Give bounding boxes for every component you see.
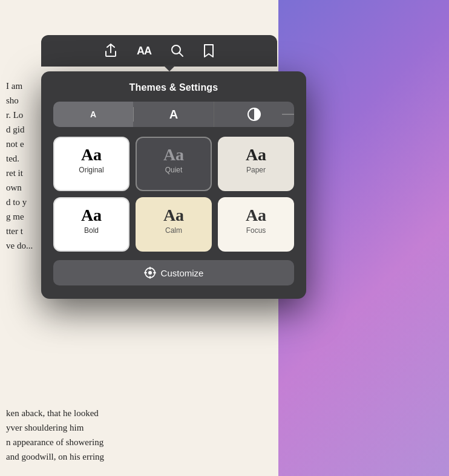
theme-original-aa: Aa: [81, 146, 102, 163]
theme-original-name: Original: [79, 166, 103, 174]
theme-original[interactable]: Aa Original: [53, 137, 129, 191]
theme-calm-aa: Aa: [163, 207, 184, 224]
theme-focus-aa: Aa: [246, 207, 266, 224]
connector-line: [282, 114, 294, 115]
theme-paper-name: Paper: [246, 166, 266, 174]
search-button[interactable]: [171, 44, 184, 57]
theme-paper[interactable]: Aa Paper: [218, 137, 294, 191]
theme-quiet-name: Quiet: [165, 166, 183, 174]
theme-bold-name: Bold: [84, 226, 99, 235]
theme-focus-name: Focus: [246, 226, 266, 235]
font-increase-label: A: [169, 108, 178, 122]
contrast-button[interactable]: [214, 102, 294, 127]
panel-title: Themes & Settings: [53, 82, 294, 93]
customize-button[interactable]: Customize: [53, 260, 294, 285]
font-decrease-label: A: [90, 109, 96, 119]
toolbar: AA: [41, 35, 277, 67]
share-button[interactable]: [104, 44, 117, 58]
reader-text-bottom: ken aback, that he looked yver shoulderi…: [6, 406, 272, 464]
theme-quiet-aa: Aa: [163, 146, 184, 163]
theme-focus[interactable]: Aa Focus: [218, 197, 294, 252]
theme-grid: Aa Original Aa Quiet Aa Paper Aa Bold Aa…: [53, 137, 294, 252]
theme-quiet[interactable]: Aa Quiet: [136, 137, 212, 191]
theme-calm-name: Calm: [165, 226, 182, 235]
customize-icon: [144, 267, 156, 279]
font-controls: A A: [53, 102, 294, 127]
font-decrease-button[interactable]: A: [53, 102, 133, 127]
font-increase-button[interactable]: A: [134, 102, 214, 127]
bookmark-button[interactable]: [203, 44, 214, 58]
font-size-button[interactable]: AA: [137, 45, 151, 57]
themes-settings-panel: Themes & Settings A A Aa Original Aa Qui…: [41, 71, 306, 299]
customize-label: Customize: [161, 268, 204, 278]
theme-bold-aa: Aa: [81, 207, 102, 224]
theme-calm[interactable]: Aa Calm: [136, 197, 212, 252]
svg-point-4: [148, 271, 152, 275]
theme-bold[interactable]: Aa Bold: [53, 197, 129, 252]
panel-caret: [163, 65, 175, 71]
svg-line-1: [180, 53, 183, 57]
theme-paper-aa: Aa: [246, 146, 266, 163]
